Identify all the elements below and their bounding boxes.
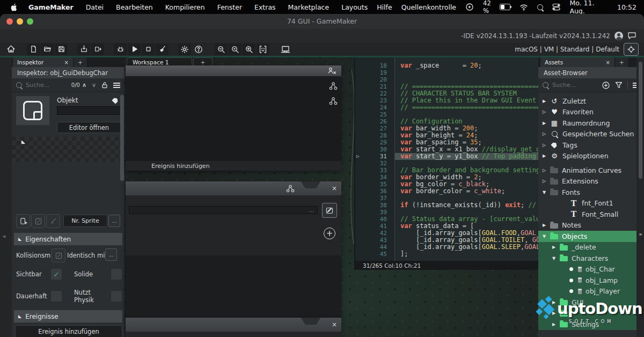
search-next-icon[interactable]: ∨ <box>92 82 96 89</box>
tree-expand-arrow[interactable]: ▼ <box>543 234 550 239</box>
screen-record-icon[interactable] <box>465 3 474 11</box>
tree-expand-arrow[interactable]: ▶ <box>543 223 550 228</box>
tree-expand-arrow[interactable]: ▷ <box>543 143 550 148</box>
event-window-header[interactable] <box>126 65 341 76</box>
filter-icon[interactable] <box>615 82 623 89</box>
inspector-scrollbar[interactable] <box>120 95 124 181</box>
tree-expand-arrow[interactable]: ▷ <box>543 109 550 114</box>
line-number[interactable]: 22 <box>355 90 394 97</box>
battery-status[interactable]: 42 % <box>483 0 510 14</box>
menu-item-quellenkontrolle[interactable]: Quellenkontrolle <box>401 3 456 11</box>
tree-expand-arrow[interactable]: ▼ <box>543 190 550 195</box>
menu-bar-date[interactable]: Mo. 11. Aug. <box>569 0 608 15</box>
build-target-text[interactable]: macOS | VM | Standard | Default <box>515 46 619 53</box>
resize-handle-icon[interactable]: ◣ <box>21 139 25 144</box>
bottom-window-header[interactable]: × <box>126 318 341 332</box>
tab-workspace-1[interactable]: Workspace 1 <box>127 57 192 66</box>
zoom-in-button[interactable] <box>243 43 255 55</box>
line-number[interactable]: 34 <box>355 174 394 181</box>
new-project-button[interactable] <box>27 43 40 55</box>
fit-to-window-button[interactable] <box>257 43 269 55</box>
tree-expand-arrow[interactable]: ▶ <box>552 245 560 250</box>
line-number[interactable]: 37 <box>355 195 394 202</box>
line-number[interactable]: 38 <box>355 202 394 209</box>
expand-panel-chevron[interactable]: » <box>639 231 642 238</box>
add-tab-button[interactable]: + <box>74 57 87 67</box>
menu-item-fenster[interactable]: Fenster <box>217 3 242 11</box>
asset-row-zuletzt[interactable]: ▶↺Zuletzt <box>538 96 636 107</box>
collapse-panel-chevron[interactable]: « <box>3 233 6 240</box>
parent-field[interactable]: ... <box>129 206 318 214</box>
home-button[interactable] <box>4 43 17 55</box>
code-line[interactable]: var _space = 20; <box>400 62 539 69</box>
assets-search-input[interactable]: Suche... <box>552 82 576 89</box>
tree-expand-arrow[interactable]: ▼ <box>552 256 560 261</box>
line-number[interactable]: 28 <box>355 132 394 139</box>
spotlight-search-icon[interactable] <box>537 4 543 10</box>
tree-expand-arrow[interactable]: ▶ <box>543 121 550 126</box>
add-item-button[interactable]: + <box>324 228 335 239</box>
sprite-more-button[interactable]: ... <box>108 215 120 227</box>
help-button[interactable] <box>192 43 205 55</box>
asset-row-obj_player[interactable]: obj_Player <box>538 286 636 297</box>
edit-parent-button[interactable] <box>322 203 337 218</box>
parent-remove-icon[interactable] <box>327 67 337 75</box>
add-workspace-button[interactable]: + <box>193 57 213 66</box>
tree-expand-arrow[interactable]: ▶ <box>543 153 550 158</box>
asset-row-fonts[interactable]: ▼Fonts <box>538 187 636 198</box>
create-executable-button[interactable] <box>77 43 90 55</box>
target-manager-button[interactable] <box>624 43 639 56</box>
open-editor-button[interactable]: Editor öffnen <box>57 122 121 133</box>
debug-button[interactable] <box>114 43 127 55</box>
no-sprite-button[interactable]: Nr. Sprite <box>63 215 107 227</box>
line-number[interactable]: 27 <box>355 125 394 132</box>
zoom-reset-button[interactable] <box>229 43 241 55</box>
line-number[interactable]: 19 <box>355 69 394 76</box>
line-number[interactable]: 18 <box>355 62 394 69</box>
line-number[interactable]: 36 <box>355 188 394 195</box>
line-number[interactable]: 20 <box>355 76 394 83</box>
tab-inspektor[interactable]: Inspektor × <box>13 57 74 67</box>
properties-window-header[interactable]: × <box>126 181 341 195</box>
line-number[interactable]: 35 <box>355 181 394 188</box>
add-tab-button[interactable]: + <box>615 57 629 67</box>
line-number[interactable]: 23 <box>355 97 394 104</box>
line-number[interactable]: 24 <box>355 104 394 111</box>
close-window-icon[interactable]: × <box>332 321 337 328</box>
menu-item-datei[interactable]: Datei <box>86 3 104 11</box>
tab-close-icon[interactable]: × <box>64 60 69 65</box>
tab-close-icon[interactable]: × <box>606 60 610 65</box>
code-line[interactable]: var border_color = c_white; <box>400 188 539 195</box>
tab-assets[interactable]: Assets × <box>540 57 615 67</box>
asset-row-objects[interactable]: ▼Objects <box>538 231 636 242</box>
add-event-button[interactable]: Ereignis hinzufügen <box>15 325 122 337</box>
feedback-chat-icon[interactable] <box>627 32 636 40</box>
asset-row-favoriten[interactable]: ▷♥Favoriten <box>538 107 636 118</box>
add-asset-icon[interactable] <box>602 81 610 90</box>
parent-field-more[interactable]: ... <box>309 208 314 213</box>
code-line[interactable]: var start_y = y1_box // Top padding <box>400 153 539 160</box>
asset-row-notes[interactable]: ▶Notes <box>538 220 636 231</box>
line-number[interactable]: 21 <box>355 83 394 90</box>
settings-button[interactable] <box>178 43 191 55</box>
menu-item-marketplace[interactable]: Marketplace <box>288 3 330 11</box>
apple-logo-icon[interactable] <box>11 3 18 11</box>
line-number[interactable]: 43 <box>355 237 394 244</box>
stop-button[interactable] <box>142 43 155 55</box>
tree-expand-arrow[interactable]: ▷ <box>543 168 550 173</box>
asset-row-tags[interactable]: ▷Tags <box>538 140 636 151</box>
event-list-body[interactable] <box>126 76 341 161</box>
assets-scrollbar[interactable] <box>639 62 642 179</box>
asset-row-gespeicherte-suchen[interactable]: ▷Gespeicherte Suchen <box>538 129 636 140</box>
checkbox-solide[interactable] <box>111 268 122 280</box>
inspector-search-input[interactable]: Suche... <box>26 82 49 89</box>
children-nodes-icon[interactable] <box>328 82 338 93</box>
line-number[interactable]: 29 <box>355 139 394 146</box>
menu-item-bearbeiten[interactable]: Bearbeiten <box>116 3 153 11</box>
menu-item-gamemaker[interactable]: GameMaker <box>28 3 74 11</box>
tree-expand-arrow[interactable]: ▶ <box>543 99 550 104</box>
asset-row-_delete[interactable]: ▶_delete <box>538 242 636 253</box>
events-section-header[interactable]: ◣ Ereignisse <box>14 310 122 323</box>
menu-item-kompilieren[interactable]: Kompilieren <box>165 3 205 11</box>
line-number[interactable]: 41 <box>355 223 394 230</box>
